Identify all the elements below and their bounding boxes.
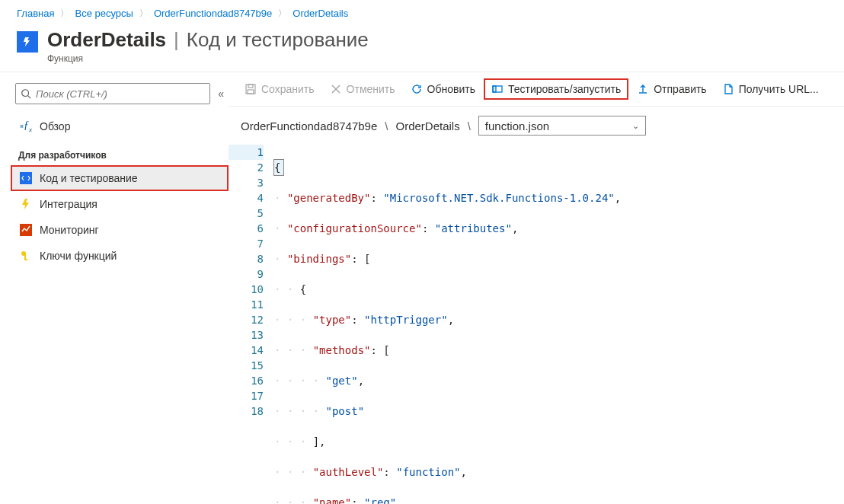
svg-rect-10 <box>248 90 254 94</box>
sidebar-item-keys[interactable]: Ключи функций <box>11 243 229 269</box>
upload-label: Отправить <box>654 83 706 95</box>
svg-rect-7 <box>24 259 27 260</box>
sidebar-item-monitoring[interactable]: Мониторинг <box>11 217 229 243</box>
search-input-wrap[interactable] <box>15 83 210 104</box>
svg-point-0 <box>22 90 29 97</box>
test-run-button[interactable]: Тестировать/запустить <box>484 78 628 100</box>
cancel-button[interactable]: Отменить <box>323 79 402 99</box>
get-url-button[interactable]: Получить URL... <box>715 79 826 99</box>
breadcrumb-home[interactable]: Главная <box>17 8 54 19</box>
breadcrumb: Главная 〉 Все ресурсы 〉 OrderFunctiondad… <box>0 0 844 19</box>
upload-icon <box>637 83 649 95</box>
save-label: Сохранить <box>261 83 315 95</box>
search-icon <box>21 88 31 99</box>
refresh-icon <box>411 83 423 95</box>
cancel-label: Отменить <box>347 83 395 95</box>
sidebar-item-label: Код и тестирование <box>40 172 138 184</box>
sidebar-item-label: Ключи функций <box>40 250 117 262</box>
page-title: OrderDetails <box>47 28 166 52</box>
path-separator: \ <box>385 120 388 132</box>
page-header: OrderDetails | Код и тестирование Функци… <box>0 19 844 72</box>
upload-button[interactable]: Отправить <box>630 79 713 99</box>
line-number-gutter: 123456789101112131415161718 <box>229 145 274 502</box>
breadcrumb-all-resources[interactable]: Все ресурсы <box>75 8 133 19</box>
code-content[interactable]: { · "generatedBy": "Microsoft.NET.Sdk.Fu… <box>274 145 844 502</box>
sidebar: « ƒx ƒx Обзор Для разработчиков Код и те… <box>0 72 229 503</box>
path-segment-function: OrderDetails <box>395 120 459 132</box>
chevron-right-icon: 〉 <box>60 8 69 19</box>
test-icon <box>491 83 504 95</box>
file-path-bar: OrderFunctiondad8747b9e \ OrderDetails \… <box>229 107 844 140</box>
sidebar-item-label: Интеграция <box>40 198 98 210</box>
svg-line-1 <box>28 96 31 99</box>
file-select-dropdown[interactable]: function.json ⌄ <box>478 116 646 136</box>
toolbar: Сохранить Отменить Обновить Тестировать/… <box>229 72 844 107</box>
breadcrumb-function-app[interactable]: OrderFunctiondad8747b9e <box>154 8 272 19</box>
breadcrumb-function[interactable]: OrderDetails <box>293 8 348 19</box>
svg-rect-9 <box>248 85 253 88</box>
path-separator: \ <box>468 120 471 132</box>
sidebar-item-overview[interactable]: ƒx ƒx Обзор <box>11 113 229 139</box>
sidebar-item-label: Обзор <box>40 120 70 132</box>
refresh-button[interactable]: Обновить <box>404 79 482 99</box>
sidebar-item-code-test[interactable]: Код и тестирование <box>11 165 229 191</box>
save-icon <box>245 83 257 95</box>
cancel-icon <box>330 83 342 95</box>
code-editor[interactable]: 123456789101112131415161718 { · "generat… <box>229 140 844 502</box>
title-separator: | <box>174 28 179 52</box>
chevron-down-icon: ⌄ <box>632 121 639 131</box>
lightning-icon <box>20 198 32 210</box>
sidebar-heading-developers: Для разработчиков <box>11 139 229 165</box>
resource-type-label: Функция <box>47 53 369 64</box>
collapse-sidebar-button[interactable]: « <box>218 88 224 100</box>
save-button[interactable]: Сохранить <box>238 79 321 99</box>
search-input[interactable] <box>36 88 205 100</box>
svg-rect-14 <box>493 86 496 92</box>
function-icon <box>17 31 38 53</box>
refresh-label: Обновить <box>427 83 475 95</box>
sidebar-item-label: Мониторинг <box>40 224 99 236</box>
geturl-label: Получить URL... <box>739 83 819 95</box>
chevron-right-icon: 〉 <box>278 8 286 19</box>
key-icon <box>20 250 32 262</box>
overview-icon: ƒx ƒx <box>20 120 32 132</box>
content-pane: Сохранить Отменить Обновить Тестировать/… <box>229 72 844 503</box>
page-section: Код и тестирование <box>187 28 369 52</box>
path-segment-app: OrderFunctiondad8747b9e <box>241 120 377 132</box>
file-select-value: function.json <box>485 120 549 132</box>
code-icon <box>20 172 32 184</box>
url-icon <box>722 83 734 95</box>
chevron-right-icon: 〉 <box>139 8 148 19</box>
test-label: Тестировать/запустить <box>508 83 621 95</box>
monitoring-icon <box>20 224 32 236</box>
sidebar-item-integration[interactable]: Интеграция <box>11 191 229 217</box>
